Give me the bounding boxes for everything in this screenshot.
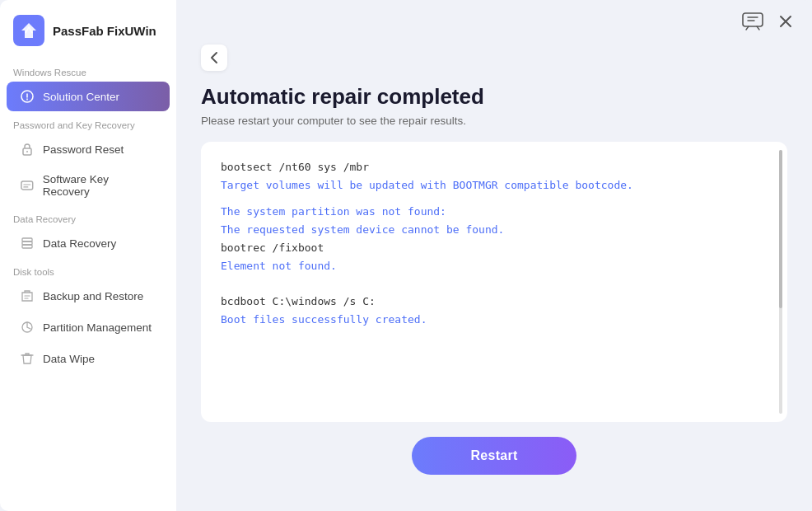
sidebar-item-data-recovery[interactable]: Data Recovery [7,228,170,258]
data-wipe-icon [20,351,35,366]
partition-management-label: Partition Management [43,321,152,334]
windows-rescue-section: Windows Rescue [0,59,176,81]
app-window: PassFab FixUWin Windows Rescue Solution … [0,0,812,511]
app-name: PassFab FixUWin [53,24,156,38]
log-line: Target volumes will be updated with BOOT… [221,176,768,195]
sidebar-logo: PassFab FixUWin [0,0,176,59]
log-line: bcdboot C:\windows /s C: [221,293,768,311]
password-reset-label: Password Reset [43,143,124,156]
svg-rect-7 [22,245,32,248]
restart-button[interactable]: Restart [412,437,576,475]
svg-rect-4 [21,181,33,190]
password-reset-icon [20,142,35,157]
log-line: The system partition was not found: [221,203,768,221]
log-line: bootrec /fixboot [221,239,768,257]
log-line: Element not found. [221,257,768,275]
data-recovery-section: Data Recovery [0,206,176,227]
disk-tools-section: Disk tools [0,259,176,280]
top-bar [176,0,812,33]
sidebar-item-solution-center[interactable]: Solution Center [7,82,170,111]
log-lines-container: bootsect /nt60 sys /mbrTarget volumes wi… [221,158,768,329]
page-subtitle: Please restart your computer to see the … [201,115,787,127]
svg-point-3 [26,151,28,152]
software-key-label: Software Key Recovery [43,173,156,198]
log-line [221,276,768,284]
sidebar-item-password-reset[interactable]: Password Reset [7,134,170,164]
software-key-icon [20,178,35,193]
sidebar-item-software-key-recovery[interactable]: Software Key Recovery [7,166,170,205]
sidebar-item-partition-management[interactable]: Partition Management [7,312,170,342]
backup-restore-icon [20,288,35,303]
feedback-icon [742,12,763,30]
feedback-button[interactable] [741,10,764,33]
svg-rect-9 [743,13,763,26]
app-logo-icon [13,15,44,46]
backup-restore-label: Backup and Restore [43,290,143,302]
content-area: Automatic repair completed Please restar… [176,33,812,511]
data-wipe-label: Data Wipe [43,353,95,365]
data-recovery-icon [20,236,35,251]
back-button[interactable] [201,45,227,71]
solution-center-label: Solution Center [43,91,119,103]
back-chevron-icon [210,51,218,64]
partition-icon [20,320,35,335]
log-line [221,195,768,203]
scroll-thumb [779,150,782,308]
password-key-section: Password and Key Recovery [0,112,176,134]
log-line: Boot files successfully created. [221,311,768,329]
close-icon [779,15,792,28]
sidebar: PassFab FixUWin Windows Rescue Solution … [0,0,176,511]
log-box: bootsect /nt60 sys /mbrTarget volumes wi… [201,142,787,422]
scroll-indicator [779,150,782,414]
log-line: The requested system device cannot be fo… [221,221,768,239]
sidebar-item-data-wipe[interactable]: Data Wipe [7,344,170,373]
main-content: Automatic repair completed Please restar… [176,0,812,511]
solution-center-icon [20,89,35,104]
data-recovery-label: Data Recovery [43,237,116,250]
log-line [221,284,768,293]
sidebar-item-backup-restore[interactable]: Backup and Restore [7,281,170,311]
page-title: Automatic repair completed [201,84,787,110]
log-line: bootsect /nt60 sys /mbr [221,158,768,176]
close-button[interactable] [774,10,797,33]
